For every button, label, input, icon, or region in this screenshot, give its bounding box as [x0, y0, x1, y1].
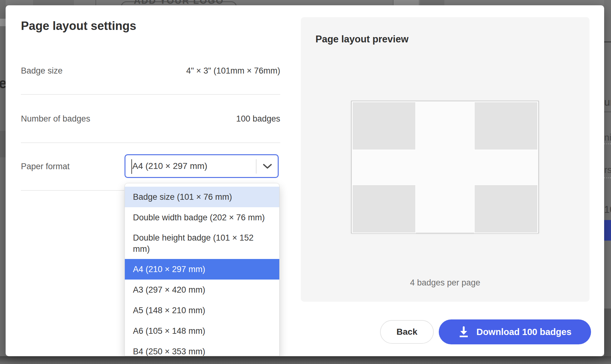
row-divider [21, 94, 280, 95]
backdrop-text-fragment: e [0, 75, 6, 92]
paper-page-preview [351, 101, 539, 233]
download-badges-button[interactable]: Download 100 badges [439, 319, 591, 344]
option-label: Badge size (101 × 76 mm) [133, 192, 232, 202]
backdrop-divider [604, 112, 611, 112]
option-badge-size[interactable]: Badge size (101 × 76 mm) [125, 187, 279, 207]
option-label: Double height badge (101 × 152 mm) [133, 232, 264, 255]
back-button[interactable]: Back [380, 320, 434, 344]
backdrop-block [0, 131, 6, 157]
backdrop-divider [95, 0, 96, 6]
badge-placeholder [352, 184, 416, 233]
back-button-label: Back [397, 327, 418, 337]
option-label: A3 (297 × 420 mm) [133, 285, 205, 295]
download-icon [458, 326, 469, 338]
backdrop-block [33, 0, 74, 6]
paper-format-value: A4 (210 × 297 mm) [132, 155, 207, 177]
badge-placeholder [474, 102, 538, 150]
backdrop-left-strip: e [0, 0, 6, 364]
backdrop-block [604, 309, 611, 364]
option-label: A6 (105 × 148 mm) [133, 326, 205, 336]
option-label: Double width badge (202 × 76 mm) [133, 213, 265, 223]
row-divider [21, 190, 124, 191]
backdrop-text-fragment: ni [604, 132, 611, 143]
backdrop-right-strip: ur ni rs 10 [604, 0, 611, 364]
option-a6[interactable]: A6 (105 × 148 mm) [125, 321, 279, 341]
backdrop-block [420, 0, 444, 6]
backdrop-blue-button-fragment [604, 220, 611, 241]
combobox-divider [256, 159, 257, 174]
number-of-badges-value: 100 badges [21, 113, 280, 124]
option-a5[interactable]: A5 (148 × 210 mm) [125, 300, 279, 321]
download-button-label: Download 100 badges [477, 327, 572, 337]
dialog-title: Page layout settings [21, 19, 136, 33]
backdrop-text-fragment: 10 [604, 204, 611, 215]
option-label: A5 (148 × 210 mm) [133, 306, 205, 315]
badges-per-page-caption: 4 badges per page [301, 277, 589, 288]
badge-size-value: 4" × 3" (101mm × 76mm) [21, 65, 280, 76]
backdrop-dotted-underline [604, 143, 611, 144]
backdrop-top-strip: ADD YOUR LOGO [0, 0, 611, 6]
badge-placeholder [352, 102, 416, 150]
backdrop-divider [604, 41, 611, 42]
option-a3[interactable]: A3 (297 × 420 mm) [125, 280, 279, 300]
badge-placeholder [474, 184, 538, 233]
backdrop-block [393, 0, 419, 6]
paper-format-combobox[interactable]: A4 (210 × 297 mm) [125, 154, 279, 178]
backdrop-block [0, 19, 6, 26]
option-b4[interactable]: B4 (250 × 353 mm) [125, 341, 279, 356]
backdrop-dotted-underline [604, 177, 611, 178]
add-logo-button-label: ADD YOUR LOGO [121, 0, 237, 6]
option-double-width[interactable]: Double width badge (202 × 76 mm) [125, 207, 279, 228]
text-caret [131, 159, 132, 174]
option-a4-selected[interactable]: A4 (210 × 297 mm) [125, 259, 279, 280]
page-layout-settings-dialog: Page layout settings Badge size 4" × 3" … [6, 5, 604, 356]
row-divider [21, 142, 280, 143]
option-label: B4 (250 × 353 mm) [133, 347, 205, 357]
page-layout-preview-panel: Page layout preview 4 badges per page [301, 17, 589, 302]
option-double-height[interactable]: Double height badge (101 × 152 mm) [125, 228, 279, 259]
backdrop-bottom-strip [0, 356, 611, 364]
preview-title: Page layout preview [315, 34, 408, 45]
backdrop-text-fragment: ur [604, 96, 611, 108]
chevron-down-icon[interactable] [262, 161, 273, 172]
option-label: A4 (210 × 297 mm) [133, 265, 205, 274]
backdrop-text-fragment: rs [604, 165, 611, 175]
paper-format-listbox[interactable]: Badge size (101 × 76 mm) Double width ba… [125, 183, 280, 356]
